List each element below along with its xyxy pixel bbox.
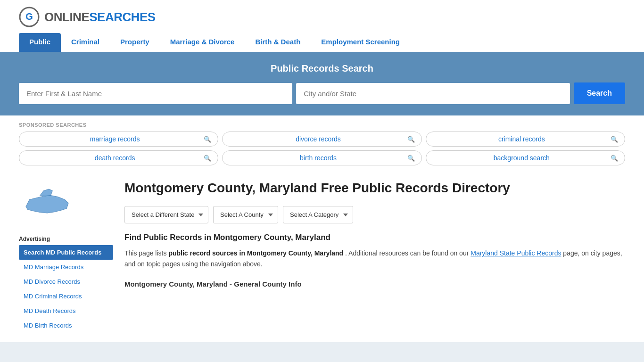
sidebar-ad-criminal[interactable]: MD Criminal Records (19, 289, 113, 304)
search-icon-5: 🔍 (407, 155, 415, 162)
county-info-heading: Montgomery County, Maryland - General Co… (124, 275, 625, 288)
intro-paragraph: This page lists public record sources in… (124, 248, 625, 269)
nav-property[interactable]: Property (110, 33, 160, 52)
main-content: Advertising Search MD Public Records MD … (0, 170, 644, 342)
sidebar-ad-search-md[interactable]: Search MD Public Records (19, 245, 113, 260)
search-icon-4: 🔍 (204, 155, 211, 162)
logo-online-text: ONLINE (44, 10, 89, 25)
logo-searches-text: SEARCHES (89, 10, 155, 25)
sponsored-pill-birth[interactable]: birth records 🔍 (222, 150, 421, 165)
find-records-heading: Find Public Records in Montgomery County… (124, 233, 625, 242)
search-icon-1: 🔍 (204, 136, 211, 143)
sponsored-pill-criminal[interactable]: criminal records 🔍 (426, 132, 625, 147)
sponsored-section: SPONSORED SEARCHES marriage records 🔍 di… (0, 115, 644, 165)
search-banner: Public Records Search Search (0, 52, 644, 115)
sponsored-pill-death-text: death records (26, 154, 204, 162)
sponsored-pill-death[interactable]: death records 🔍 (19, 150, 218, 165)
search-icon-3: 🔍 (611, 136, 618, 143)
search-icon-2: 🔍 (407, 136, 415, 143)
sidebar-ad-birth[interactable]: MD Birth Records (19, 318, 113, 333)
sidebar-ad-divorce[interactable]: MD Divorce Records (19, 274, 113, 289)
state-records-link[interactable]: Maryland State Public Records (471, 249, 561, 257)
nav-public[interactable]: Public (19, 33, 61, 52)
sponsored-pill-criminal-text: criminal records (433, 135, 611, 143)
name-input[interactable] (19, 83, 292, 104)
search-icon-6: 🔍 (611, 155, 618, 162)
sidebar: Advertising Search MD Public Records MD … (19, 180, 113, 333)
filter-dropdowns: Select a Different State Select A County… (124, 206, 625, 223)
sponsored-pill-background[interactable]: background search 🔍 (426, 150, 625, 165)
category-select[interactable]: Select A Category (283, 206, 353, 223)
sponsored-pill-marriage[interactable]: marriage records 🔍 (19, 132, 218, 147)
sponsored-label: SPONSORED SEARCHES (19, 122, 625, 128)
search-form: Search (19, 82, 625, 104)
sidebar-ad-death[interactable]: MD Death Records (19, 304, 113, 318)
sponsored-grid: marriage records 🔍 divorce records 🔍 cri… (19, 132, 625, 165)
intro-text-mid: . Additional resources can be found on o… (345, 249, 469, 257)
main-nav: Public Criminal Property Marriage & Divo… (19, 33, 625, 52)
nav-birth-death[interactable]: Birth & Death (245, 33, 311, 52)
sidebar-ad-marriage[interactable]: MD Marriage Records (19, 260, 113, 274)
county-select[interactable]: Select A County (213, 206, 278, 223)
page-title: Montgomery County, Maryland Free Public … (124, 180, 625, 197)
sponsored-pill-marriage-text: marriage records (26, 135, 204, 143)
content-area: Montgomery County, Maryland Free Public … (124, 180, 625, 333)
state-select[interactable]: Select a Different State (124, 206, 208, 223)
sponsored-pill-divorce-text: divorce records (229, 135, 407, 143)
advertising-label: Advertising (19, 236, 113, 242)
nav-employment[interactable]: Employment Screening (311, 33, 410, 52)
sponsored-pill-background-text: background search (433, 154, 611, 162)
search-button[interactable]: Search (574, 82, 625, 104)
svg-text:G: G (25, 11, 33, 22)
location-input[interactable] (296, 83, 570, 104)
intro-text-start: This page lists (124, 249, 166, 257)
svg-marker-3 (40, 189, 52, 196)
sponsored-pill-divorce[interactable]: divorce records 🔍 (222, 132, 421, 147)
maryland-map (19, 180, 113, 228)
search-banner-title: Public Records Search (19, 63, 625, 74)
svg-marker-2 (26, 196, 68, 214)
logo-icon: G (19, 7, 40, 27)
nav-marriage-divorce[interactable]: Marriage & Divorce (160, 33, 245, 52)
logo: G ONLINE SEARCHES (19, 7, 625, 27)
intro-bold-text: public record sources in Montgomery Coun… (168, 249, 343, 257)
sponsored-pill-birth-text: birth records (229, 154, 407, 162)
nav-criminal[interactable]: Criminal (61, 33, 110, 52)
